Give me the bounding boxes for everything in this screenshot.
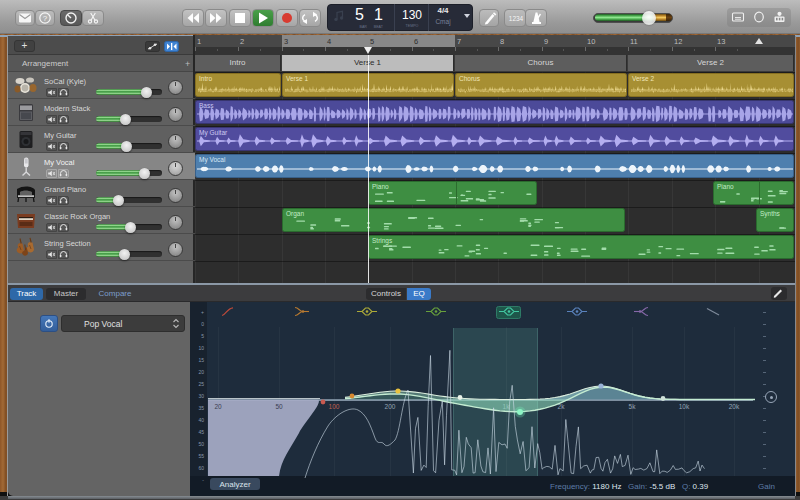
svg-text:?: ? [43, 14, 48, 23]
